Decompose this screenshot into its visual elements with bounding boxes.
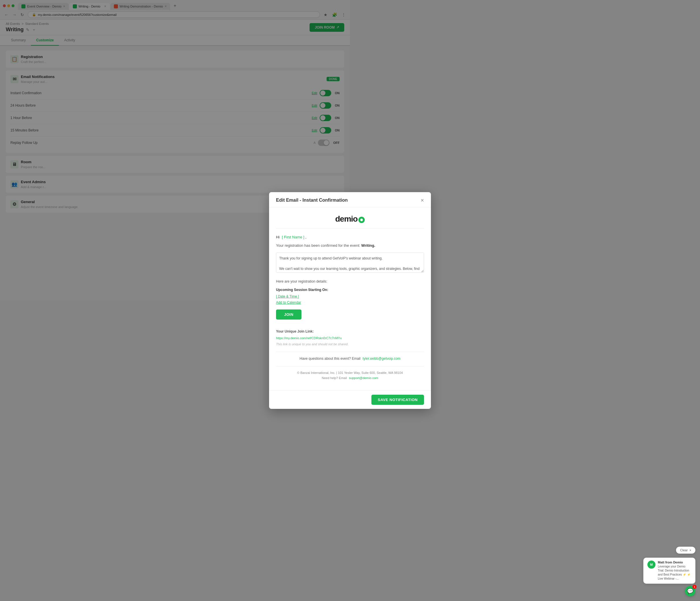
email-content: Hi [ First Name ] , Your registration ha… — [276, 234, 350, 301]
email-reg-details: Here are your registration details: — [276, 279, 350, 284]
modal-body: demio Hi [ First Name ] , Your registrat… — [269, 207, 350, 301]
confirmed-prefix: Your registration has been confirmed for… — [276, 243, 350, 248]
demio-wordmark: demio — [335, 215, 350, 223]
session-strong: Upcoming Session Starting On: — [276, 288, 328, 292]
modal-logo: demio — [276, 215, 350, 229]
edit-email-modal: Edit Email - Instant Confirmation × demi… — [269, 192, 350, 301]
email-confirmed-text: Your registration has been confirmed for… — [276, 243, 350, 249]
date-time-variable-link[interactable]: [ Date & Time ] — [276, 294, 350, 299]
modal-header: Edit Email - Instant Confirmation × — [269, 192, 350, 207]
email-body-textarea[interactable]: Thank you for signing up to attend GetVo… — [276, 253, 350, 273]
email-session-label: Upcoming Session Starting On: — [276, 287, 350, 293]
hi-text: Hi — [276, 235, 279, 239]
page-background: All Events > Standard Events Writing ✎ ▾… — [0, 20, 350, 301]
modal-overlay[interactable]: Edit Email - Instant Confirmation × demi… — [0, 20, 350, 301]
email-hi-line: Hi [ First Name ] , — [276, 234, 350, 241]
first-name-variable: [ First Name ] — [282, 235, 304, 239]
modal-title: Edit Email - Instant Confirmation — [276, 198, 348, 203]
add-to-calendar-link[interactable]: Add to Calendar — [276, 300, 350, 301]
